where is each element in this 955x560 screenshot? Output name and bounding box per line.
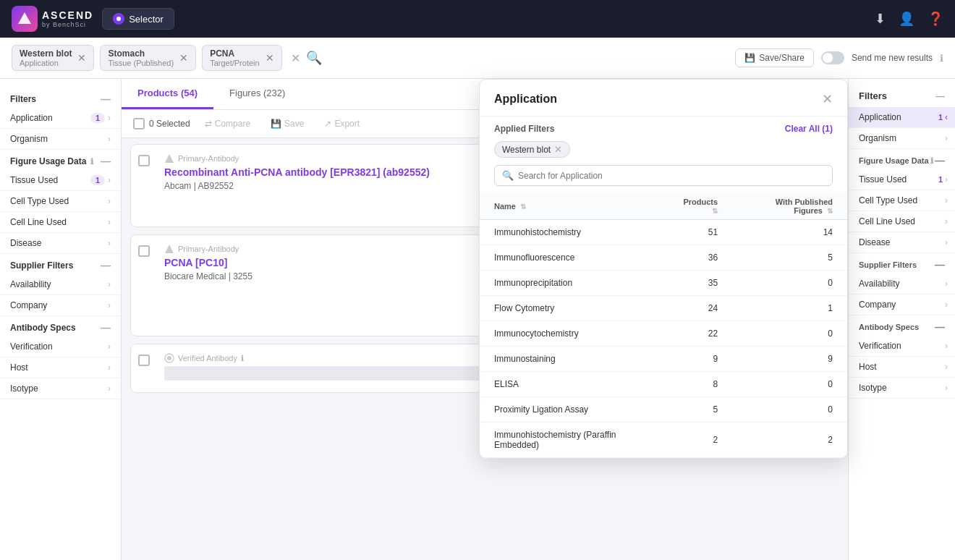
popup-search-input[interactable] <box>518 171 825 181</box>
sidebar-item-verification[interactable]: Verification › <box>0 336 121 357</box>
tag-pcna-close[interactable]: ✕ <box>266 52 274 64</box>
clear-all-button[interactable]: Clear All (1) <box>785 124 833 134</box>
right-figure-info[interactable]: ℹ <box>930 156 933 166</box>
applied-filters-label: Applied Filters <box>494 124 554 134</box>
applied-tag-wb-close[interactable]: ✕ <box>554 144 562 155</box>
logo-sub: by BenchSci <box>42 21 93 28</box>
col-figures-sort[interactable]: ⇅ <box>827 207 833 215</box>
figure-usage-collapse[interactable]: — <box>101 156 111 167</box>
popup-search[interactable]: 🔍 <box>494 165 833 186</box>
popup-table-row-5[interactable]: Immunostaining 9 9 <box>480 347 847 372</box>
right-supplier-header: Supplier Filters — <box>849 253 955 273</box>
filter-company[interactable]: Company › <box>849 294 955 315</box>
col-products[interactable]: Products ⇅ <box>661 193 732 220</box>
card-check-0[interactable] <box>131 145 157 226</box>
sidebar-item-disease[interactable]: Disease › <box>0 233 121 254</box>
popup-table-row-4[interactable]: Immunocytochemistry 22 0 <box>480 321 847 347</box>
export-button[interactable]: ↗ Export <box>318 116 365 132</box>
sidebar-item-availability[interactable]: Availability › <box>0 274 121 295</box>
sidebar-item-cellline[interactable]: Cell Line Used › <box>0 212 121 233</box>
filter-host[interactable]: Host › <box>849 357 955 378</box>
card-checkbox-2[interactable] <box>138 355 150 366</box>
sidebar-item-tissue[interactable]: Tissue Used 1 › <box>0 170 121 191</box>
col-name[interactable]: Name ⇅ <box>480 193 661 220</box>
popup-row-products-7: 5 <box>661 397 732 423</box>
sidebar-item-host[interactable]: Host › <box>0 357 121 378</box>
selector-dot <box>113 13 124 25</box>
user-icon[interactable]: 👤 <box>899 11 914 27</box>
filter-tissue[interactable]: Tissue Used 1 › <box>849 169 955 190</box>
sidebar-item-company[interactable]: Company › <box>0 295 121 316</box>
popup-table-row-2[interactable]: Immunoprecipitation 35 0 <box>480 271 847 296</box>
col-name-sort[interactable]: ⇅ <box>520 203 526 211</box>
tag-wb-close[interactable]: ✕ <box>77 52 86 64</box>
filter-isotype[interactable]: Isotype › <box>849 378 955 399</box>
tab-products[interactable]: Products (54) <box>122 79 213 109</box>
sidebar-item-application[interactable]: Application 1 › <box>0 108 121 129</box>
popup-table-row-8[interactable]: Immunohistochemistry (Paraffin Embedded)… <box>480 423 847 458</box>
application-label: Application <box>10 113 90 123</box>
right-supplier-title: Supplier Filters <box>859 260 917 269</box>
popup-table-row-7[interactable]: Proximity Ligation Assay 5 0 <box>480 397 847 423</box>
supplier-collapse[interactable]: — <box>101 260 111 271</box>
right-filters-title-text: Filters <box>859 90 887 101</box>
filter-application[interactable]: Application 1 ‹ <box>849 107 955 128</box>
compare-button[interactable]: ⇄ Compare <box>199 116 256 132</box>
filter-verification[interactable]: Verification › <box>849 336 955 357</box>
right-filters-collapse[interactable]: — <box>935 90 945 101</box>
col-figures[interactable]: With Published Figures ⇅ <box>732 193 847 220</box>
card-checkbox-1[interactable] <box>138 245 150 257</box>
notify-toggle[interactable] <box>821 51 844 64</box>
notify-info-icon[interactable]: ℹ <box>940 53 943 64</box>
supplier-title: Supplier Filters — <box>0 254 121 274</box>
sidebar-item-isotype[interactable]: Isotype › <box>0 378 121 399</box>
filter-availability[interactable]: Availability › <box>849 273 955 294</box>
popup-row-figures-7: 0 <box>732 397 847 423</box>
popup-close-button[interactable]: ✕ <box>822 91 833 107</box>
sidebar-item-celltype[interactable]: Cell Type Used › <box>0 191 121 212</box>
tab-figures[interactable]: Figures (232) <box>213 79 301 109</box>
searchbar: Western blot Application ✕ Stomach Tissu… <box>0 38 955 79</box>
help-icon[interactable]: ❓ <box>928 11 943 27</box>
filter-organism[interactable]: Organism › <box>849 128 955 149</box>
tag-stomach-close[interactable]: ✕ <box>179 52 188 64</box>
card-check-2[interactable] <box>131 344 157 392</box>
search-clear-icon[interactable]: ✕ <box>291 51 300 65</box>
save-button[interactable]: 💾 Save <box>265 116 310 132</box>
filter-celltype[interactable]: Cell Type Used › <box>849 190 955 211</box>
tag-wb[interactable]: Western blot Application ✕ <box>12 45 94 71</box>
save-share-button[interactable]: 💾 Save/Share <box>735 48 814 67</box>
select-all-checkbox[interactable] <box>133 118 145 130</box>
popup-row-name-4: Immunocytochemistry <box>480 321 661 347</box>
card-checkbox-0[interactable] <box>138 155 150 166</box>
download-icon[interactable]: ⬇ <box>875 11 886 27</box>
popup-row-products-3: 24 <box>661 296 732 321</box>
tag-stomach-label: Stomach <box>108 48 145 59</box>
selector-button[interactable]: Selector <box>102 8 174 30</box>
col-products-sort[interactable]: ⇅ <box>712 207 718 215</box>
popup-table-row-0[interactable]: Immunohistochemistry 51 14 <box>480 220 847 245</box>
right-figure-collapse[interactable]: — <box>935 155 945 166</box>
filter-tissue-label: Tissue Used <box>859 174 938 184</box>
filter-application-count: 1 <box>938 113 943 122</box>
filter-cellline[interactable]: Cell Line Used › <box>849 211 955 232</box>
figure-usage-info[interactable]: ℹ <box>90 157 93 166</box>
popup-table-row-3[interactable]: Flow Cytometry 24 1 <box>480 296 847 321</box>
card-type-label-1: Primary-Antibody <box>178 245 239 253</box>
right-supplier-collapse[interactable]: — <box>935 259 945 271</box>
select-all-area[interactable]: 0 Selected <box>133 118 190 130</box>
search-icon[interactable]: 🔍 <box>306 50 322 66</box>
verified-info-icon[interactable]: ℹ <box>241 354 244 363</box>
filter-disease[interactable]: Disease › <box>849 232 955 253</box>
popup-table-row-6[interactable]: ELISA 8 0 <box>480 372 847 397</box>
tag-pcna[interactable]: PCNA Target/Protein ✕ <box>202 45 281 71</box>
applied-tag-wb[interactable]: Western blot ✕ <box>494 141 570 158</box>
filters-collapse-icon[interactable]: — <box>101 93 111 105</box>
popup-table-row-1[interactable]: Immunofluorescence 36 5 <box>480 245 847 271</box>
filter-application-chevron: ‹ <box>945 112 948 122</box>
antibody-collapse[interactable]: — <box>101 322 111 334</box>
card-check-1[interactable] <box>131 235 157 336</box>
tag-stomach[interactable]: Stomach Tissue (Published) ✕ <box>100 45 196 71</box>
right-antibody-collapse[interactable]: — <box>935 321 945 333</box>
sidebar-item-organism[interactable]: Organism › <box>0 129 121 150</box>
